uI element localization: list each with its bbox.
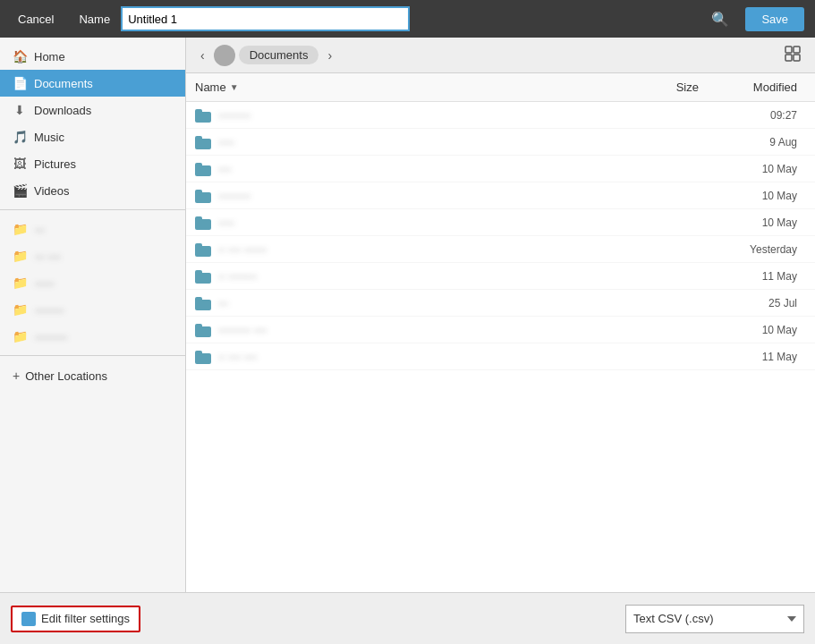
- home-icon: 🏠: [13, 49, 27, 64]
- grid-view-icon: [785, 46, 801, 62]
- file-type-select[interactable]: Text CSV (.csv)ODS Spreadsheet (.ods)Exc…: [625, 605, 804, 633]
- file-modified-cell: 09:27: [699, 109, 806, 122]
- sort-arrow-icon: ▼: [230, 82, 239, 92]
- table-row[interactable]: ·········· 09:27: [186, 102, 815, 129]
- table-row[interactable]: ·········· 10 May: [186, 182, 815, 209]
- nav-forward-button[interactable]: ›: [322, 46, 337, 65]
- other-locations-item[interactable]: + Other Locations: [0, 361, 185, 390]
- file-list: ·········· 09:27 ····· 9 Aug ···· 10 May…: [186, 102, 815, 592]
- file-name-cell: ··········: [195, 189, 645, 203]
- col-modified-header[interactable]: Modified: [699, 80, 806, 94]
- file-browser-toolbar: ‹ Documents ›: [186, 38, 815, 73]
- folder-icon: [195, 323, 211, 337]
- music-icon: 🎵: [13, 130, 27, 144]
- sidebar-home-label: Home: [34, 50, 65, 64]
- grid-toggle-button[interactable]: [779, 43, 806, 68]
- sidebar-item-home[interactable]: 🏠 Home: [0, 43, 185, 70]
- sidebar-downloads-label: Downloads: [34, 104, 91, 117]
- bookmark-folder-icon-5: 📁: [13, 329, 28, 343]
- file-name-cell: ·········· ····: [195, 323, 645, 337]
- folder-icon: [195, 350, 211, 364]
- file-modified-cell: 11 May: [699, 270, 806, 283]
- filter-icon: [21, 612, 36, 626]
- file-name-label: ·· ···· ·······: [218, 242, 267, 256]
- col-size-header[interactable]: Size: [645, 80, 699, 94]
- sidebar-item-documents[interactable]: 📄 Documents: [0, 70, 185, 97]
- table-row[interactable]: ·· ···· ···· 11 May: [186, 343, 815, 370]
- location-avatar: [214, 45, 235, 66]
- svg-rect-0: [785, 47, 792, 53]
- bookmark-folder-icon-3: 📁: [13, 275, 28, 290]
- search-button[interactable]: 🔍: [706, 7, 734, 31]
- modified-column-label: Modified: [753, 80, 797, 94]
- file-name-cell: ·· ···· ····: [195, 350, 645, 364]
- file-modified-cell: 10 May: [699, 190, 806, 202]
- documents-icon: 📄: [13, 76, 27, 90]
- sidebar-divider-2: [0, 355, 185, 356]
- file-name-label: ····: [218, 162, 231, 175]
- sidebar-bookmark-1[interactable]: 📁 ···: [0, 216, 185, 242]
- sidebar-item-downloads[interactable]: ⬇ Downloads: [0, 97, 185, 123]
- file-name-label: ·· ···· ····: [218, 350, 257, 363]
- table-row[interactable]: ····· 10 May: [186, 209, 815, 236]
- sidebar-item-pictures[interactable]: 🖼 Pictures: [0, 150, 185, 177]
- table-row[interactable]: ··· 25 Jul: [186, 290, 815, 317]
- file-browser: ‹ Documents › Name ▼ Size: [186, 38, 815, 592]
- table-row[interactable]: ·· ···· ······· Yesterday: [186, 236, 815, 263]
- file-modified-cell: 9 Aug: [699, 136, 806, 148]
- table-row[interactable]: ···· 10 May: [186, 156, 815, 182]
- file-modified-cell: 25 Jul: [699, 297, 806, 309]
- sidebar-music-label: Music: [34, 131, 64, 144]
- table-row[interactable]: ····· 9 Aug: [186, 129, 815, 156]
- table-row[interactable]: ·········· ···· 10 May: [186, 317, 815, 343]
- cancel-button[interactable]: Cancel: [11, 9, 61, 30]
- name-label: Name: [79, 13, 110, 26]
- file-name-label: ···: [218, 296, 228, 309]
- edit-filter-button[interactable]: Edit filter settings: [11, 606, 140, 632]
- size-column-label: Size: [676, 80, 699, 94]
- location-pill: Documents: [239, 46, 319, 64]
- bookmark-folder-icon-2: 📁: [13, 249, 28, 263]
- sidebar-item-music[interactable]: 🎵 Music: [0, 123, 185, 150]
- file-modified-cell: Yesterday: [699, 243, 806, 256]
- folder-icon: [195, 242, 211, 257]
- col-name-header[interactable]: Name ▼: [195, 80, 645, 94]
- filename-input[interactable]: [121, 6, 410, 31]
- downloads-icon: ⬇: [13, 103, 27, 117]
- file-modified-cell: 10 May: [699, 216, 806, 229]
- file-name-label: ··········: [218, 108, 250, 122]
- other-locations-label: Other Locations: [25, 369, 107, 383]
- sidebar-bookmark-5[interactable]: 📁 ··········: [0, 323, 185, 350]
- svg-rect-1: [794, 47, 800, 53]
- plus-icon: +: [13, 369, 20, 383]
- file-name-label: ··········: [218, 189, 250, 202]
- file-list-header: Name ▼ Size Modified: [186, 73, 815, 102]
- svg-rect-3: [794, 55, 800, 61]
- save-button[interactable]: Save: [745, 7, 804, 31]
- sidebar-item-videos[interactable]: 🎬 Videos: [0, 177, 185, 204]
- file-modified-cell: 10 May: [699, 163, 806, 175]
- folder-icon: [195, 162, 211, 176]
- folder-icon: [195, 269, 211, 284]
- file-name-cell: ···: [195, 296, 645, 310]
- sidebar-bookmark-2[interactable]: 📁 ··· ····: [0, 242, 185, 269]
- sidebar-documents-label: Documents: [34, 77, 93, 90]
- folder-icon: [195, 108, 211, 123]
- edit-filter-label: Edit filter settings: [41, 612, 130, 625]
- sidebar-bookmark-label-4: ·········: [35, 303, 64, 317]
- pictures-icon: 🖼: [13, 157, 27, 171]
- file-name-cell: ·····: [195, 135, 645, 149]
- main-layout: 🏠 Home 📄 Documents ⬇ Downloads 🎵 Music 🖼…: [0, 38, 815, 592]
- bottom-bar: Edit filter settings Text CSV (.csv)ODS …: [0, 592, 815, 644]
- file-name-cell: ·····: [195, 216, 645, 230]
- file-name-label: ·····: [218, 216, 234, 229]
- sidebar-bookmark-label-2: ··· ····: [35, 250, 61, 263]
- name-column-label: Name: [195, 80, 226, 94]
- folder-icon: [195, 189, 211, 203]
- sidebar-bookmark-3[interactable]: 📁 ······: [0, 269, 185, 296]
- sidebar-videos-label: Videos: [34, 184, 70, 198]
- bookmark-folder-icon-4: 📁: [13, 302, 28, 317]
- sidebar-bookmark-4[interactable]: 📁 ·········: [0, 296, 185, 323]
- table-row[interactable]: ·· ········· 11 May: [186, 263, 815, 290]
- nav-back-button[interactable]: ‹: [195, 46, 210, 65]
